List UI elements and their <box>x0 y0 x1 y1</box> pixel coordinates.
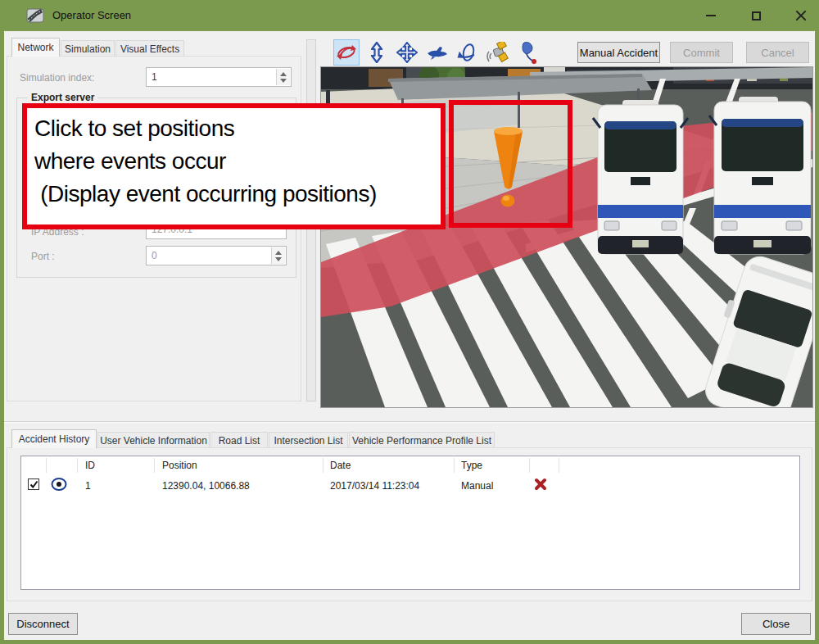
annotation-highlight-box <box>449 100 572 228</box>
disconnect-button[interactable]: Disconnect <box>8 613 78 635</box>
checkmark-icon <box>29 480 38 489</box>
accident-history-table[interactable]: ID Position Date Type 1 12390.04, 10066.… <box>20 456 800 590</box>
annotation-text: Click to set positions where events occu… <box>27 108 441 224</box>
column-header-id[interactable]: ID <box>85 460 95 471</box>
maximize-icon <box>752 11 761 20</box>
column-header-position[interactable]: Position <box>162 460 197 471</box>
orbit-camera-icon <box>457 42 478 63</box>
pan-icon <box>396 42 418 63</box>
minimize-icon <box>706 15 716 16</box>
tab-visual-effects[interactable]: Visual Effects <box>115 40 184 57</box>
tab-accident-history[interactable]: Accident History <box>11 429 97 448</box>
port-stepper[interactable]: 0 <box>146 246 287 265</box>
eye-icon[interactable] <box>51 477 67 492</box>
cell-id: 1 <box>85 480 91 492</box>
simulation-index-label: Simulation index: <box>20 72 94 84</box>
stepper-arrows[interactable] <box>271 247 285 264</box>
road-simulator-icon <box>26 7 44 25</box>
minimize-button[interactable] <box>695 7 727 25</box>
tab-simulation[interactable]: Simulation <box>61 40 115 57</box>
close-window-button[interactable] <box>785 7 817 25</box>
simulation-index-stepper[interactable]: 1 <box>146 67 292 87</box>
stepper-down-icon <box>275 257 282 261</box>
tab-intersection-list[interactable]: Intersection List <box>269 432 348 448</box>
stepper-arrows[interactable] <box>276 69 290 85</box>
tab-road-list[interactable]: Road List <box>210 432 268 448</box>
fly-airplane-icon <box>426 43 449 61</box>
bus <box>593 100 688 254</box>
annotation-callout-box: Click to set positions where events occu… <box>22 103 446 229</box>
row-visible-checkbox[interactable] <box>28 478 39 490</box>
cell-type: Manual <box>461 480 493 492</box>
window-title: Operator Screen <box>52 9 131 21</box>
satellite-icon <box>486 42 509 63</box>
bus <box>709 97 811 254</box>
operator-screen-window: Operator Screen Network Simulation Visua… <box>0 0 819 644</box>
commit-button[interactable]: Commit <box>670 42 733 63</box>
column-header-date[interactable]: Date <box>330 460 351 471</box>
export-server-label: Export server <box>28 92 97 103</box>
tab-network[interactable]: Network <box>11 38 60 57</box>
simulation-index-value: 1 <box>152 71 157 83</box>
place-marker-tool-button[interactable] <box>515 39 541 66</box>
cancel-button[interactable]: Cancel <box>746 42 809 63</box>
tab-user-vehicle-information[interactable]: User Vehicle Information <box>97 432 210 448</box>
move-vertical-icon <box>367 42 387 63</box>
column-header-type[interactable]: Type <box>461 460 482 471</box>
title-bar: Operator Screen <box>0 0 819 31</box>
stepper-up-icon <box>275 251 282 255</box>
stepper-down-icon <box>280 79 287 83</box>
delete-row-icon[interactable] <box>534 478 547 491</box>
tab-vehicle-performance-profile-list[interactable]: Vehicle Performance Profile List <box>349 432 495 448</box>
pan-tool-button[interactable] <box>394 39 420 66</box>
rotate-orbit-icon <box>336 42 357 63</box>
manual-accident-button[interactable]: Manual Accident <box>577 42 660 63</box>
port-label: Port : <box>31 251 55 262</box>
move-vertical-tool-button[interactable] <box>364 39 390 66</box>
satellite-view-tool-button[interactable] <box>485 39 511 66</box>
maximize-button[interactable] <box>740 7 772 25</box>
stepper-up-icon <box>280 72 287 76</box>
place-marker-icon <box>518 41 539 64</box>
port-value: 0 <box>152 250 157 261</box>
close-button[interactable]: Close <box>741 613 811 635</box>
cell-position: 12390.04, 10066.88 <box>162 480 250 492</box>
close-icon <box>795 10 807 21</box>
orbit-camera-tool-button[interactable] <box>455 39 481 66</box>
fly-tool-button[interactable] <box>424 39 450 66</box>
horizontal-separator <box>4 421 815 423</box>
cell-date: 2017/03/14 11:23:04 <box>330 480 419 492</box>
rotate-orbit-tool-button[interactable] <box>333 39 360 66</box>
